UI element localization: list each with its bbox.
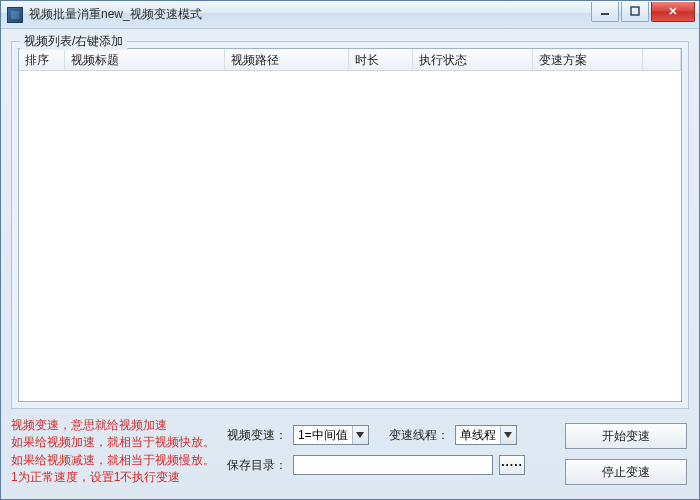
stop-button[interactable]: 停止变速 [565,459,687,485]
minimize-icon [600,6,610,16]
column-header[interactable]: 视频标题 [65,49,225,70]
savedir-label: 保存目录： [227,457,287,474]
close-icon [668,6,678,16]
close-button[interactable] [651,2,695,22]
chevron-down-icon [352,426,368,444]
chevron-down-icon [500,426,516,444]
column-header[interactable]: 排序 [19,49,65,70]
speed-label: 视频变速： [227,427,287,444]
thread-label: 变速线程： [389,427,449,444]
start-button[interactable]: 开始变速 [565,423,687,449]
list-header: 排序视频标题视频路径时长执行状态变速方案 [19,49,681,71]
help-text: 视频变速，意思就给视频加速 如果给视频加速，就相当于视频快放。 如果给视频减速，… [11,415,221,493]
title-bar: 视频批量消重new_视频变速模式 [1,1,699,29]
speed-combo[interactable]: 1=中间值 [293,425,369,445]
column-header[interactable]: 时长 [349,49,413,70]
minimize-button[interactable] [591,2,619,22]
group-title: 视频列表/右键添加 [20,33,127,50]
svg-rect-0 [601,13,609,15]
app-window: 视频批量消重new_视频变速模式 视频列表/右键添加 排序视频标题视频路径时长执… [0,0,700,500]
thread-combo-value: 单线程 [456,427,500,444]
browse-button[interactable]: ····· [499,455,525,475]
column-header[interactable]: 执行状态 [413,49,533,70]
window-title: 视频批量消重new_视频变速模式 [29,6,589,23]
column-header[interactable]: 变速方案 [533,49,643,70]
savedir-input[interactable] [293,455,493,475]
help-line: 如果给视频减速，就相当于视频慢放。 [11,452,221,469]
row-speed-thread: 视频变速： 1=中间值 变速线程： 单线程 [227,425,517,445]
client-area: 视频列表/右键添加 排序视频标题视频路径时长执行状态变速方案 视频变速，意思就给… [1,29,699,499]
action-buttons: 开始变速 停止变速 [563,415,689,493]
controls-area: 视频变速： 1=中间值 变速线程： 单线程 [221,415,563,493]
video-listview[interactable]: 排序视频标题视频路径时长执行状态变速方案 [18,48,682,402]
help-line: 视频变速，意思就给视频加速 [11,417,221,434]
speed-combo-value: 1=中间值 [294,427,352,444]
thread-combo[interactable]: 单线程 [455,425,517,445]
maximize-button[interactable] [621,2,649,22]
maximize-icon [630,6,640,16]
window-buttons [589,2,695,22]
list-body[interactable] [19,71,681,401]
row-savedir: 保存目录： ····· [227,455,525,475]
column-header-filler [643,49,681,70]
help-line: 如果给视频加速，就相当于视频快放。 [11,434,221,451]
bottom-panel: 视频变速，意思就给视频加速 如果给视频加速，就相当于视频快放。 如果给视频减速，… [11,415,689,493]
app-icon [7,7,23,23]
video-list-group: 视频列表/右键添加 排序视频标题视频路径时长执行状态变速方案 [11,41,689,409]
help-line: 1为正常速度，设置1不执行变速 [11,469,221,486]
svg-rect-1 [631,7,639,15]
column-header[interactable]: 视频路径 [225,49,349,70]
